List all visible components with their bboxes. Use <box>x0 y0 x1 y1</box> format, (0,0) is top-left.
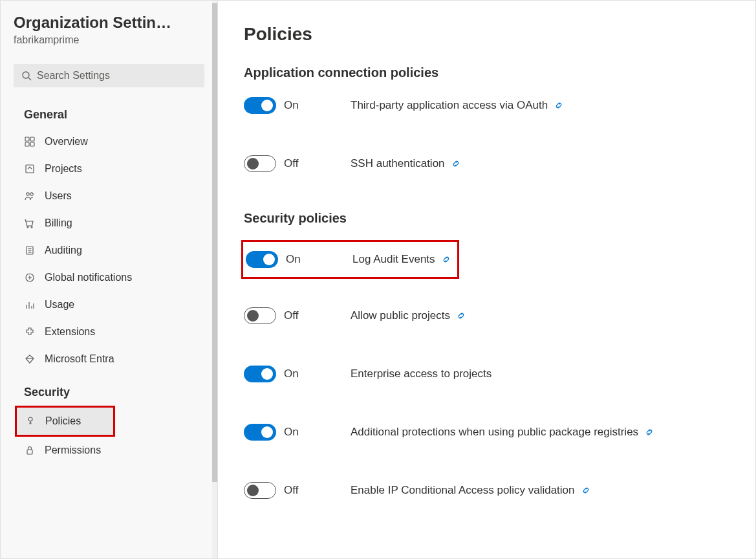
policy-name-text: Third-party application access via OAuth <box>351 99 548 112</box>
section-header-security: Security <box>1 373 217 406</box>
toggle-state-label: On <box>286 253 301 266</box>
sidebar-header: Organization Settin… fabrikamprime <box>1 14 217 64</box>
svg-rect-3 <box>30 137 34 141</box>
sidebar-item-label: Global notifications <box>45 272 132 283</box>
sidebar-item-label: Policies <box>45 415 81 427</box>
policy-name-text: Enterprise access to projects <box>351 367 491 380</box>
projects-icon <box>24 163 36 175</box>
sidebar-item-users[interactable]: Users <box>1 182 217 210</box>
toggle-ssh[interactable] <box>244 155 276 172</box>
policy-name: SSH authentication <box>351 157 460 170</box>
svg-point-0 <box>23 72 29 78</box>
toggle-state-label: Off <box>284 309 298 322</box>
search-input[interactable] <box>32 69 197 82</box>
sidebar-scrollthumb[interactable] <box>212 3 217 482</box>
policy-name: Additional protections when using public… <box>351 426 654 439</box>
sidebar: Organization Settin… fabrikamprime Gener… <box>1 1 218 558</box>
toggle-ip-conditional[interactable] <box>244 482 276 499</box>
svg-point-9 <box>27 226 28 228</box>
toggle-state-label: Off <box>284 157 298 170</box>
link-icon[interactable] <box>645 428 654 437</box>
policies-icon <box>25 415 36 427</box>
sidebar-item-label: Permissions <box>45 444 101 456</box>
svg-rect-6 <box>26 165 34 173</box>
link-icon[interactable] <box>554 101 563 110</box>
highlight-log-audit: On Log Audit Events <box>241 240 459 279</box>
toggle-wrap: On <box>244 424 351 441</box>
sidebar-item-label: Extensions <box>45 326 95 338</box>
svg-rect-2 <box>25 137 29 141</box>
policy-row-log-audit: On Log Audit Events <box>246 251 451 268</box>
link-icon[interactable] <box>442 255 451 264</box>
sidebar-item-label: Projects <box>45 163 82 175</box>
entra-icon <box>24 353 36 365</box>
notifications-icon <box>24 272 36 283</box>
policy-row-public-projects: Off Allow public projects <box>244 305 729 327</box>
users-icon <box>24 190 36 202</box>
toggle-state-label: On <box>284 99 299 112</box>
svg-point-7 <box>27 193 29 195</box>
policy-row-ssh: Off SSH authentication <box>244 153 729 175</box>
policy-name-text: Additional protections when using public… <box>351 426 638 439</box>
section-header-general: General <box>1 95 217 128</box>
svg-rect-5 <box>30 142 34 146</box>
policy-name: Enterprise access to projects <box>351 367 491 380</box>
sidebar-item-global-notifications[interactable]: Global notifications <box>1 264 217 291</box>
sidebar-item-overview[interactable]: Overview <box>1 128 217 155</box>
sidebar-item-policies[interactable]: Policies <box>17 408 113 435</box>
toggle-enterprise-access[interactable] <box>244 366 276 382</box>
sidebar-scrollbar[interactable] <box>212 1 217 558</box>
usage-icon <box>24 299 36 311</box>
policy-row-oauth: On Third-party application access via OA… <box>244 94 729 116</box>
overview-icon <box>24 136 36 148</box>
link-icon[interactable] <box>581 486 590 495</box>
toggle-wrap: Off <box>244 307 351 324</box>
page-title: Policies <box>244 24 729 45</box>
policy-row-public-registries: On Additional protections when using pub… <box>244 421 729 443</box>
toggle-wrap: Off <box>244 155 351 172</box>
sidebar-item-auditing[interactable]: Auditing <box>1 237 217 264</box>
policy-name-text: SSH authentication <box>351 157 445 170</box>
sidebar-item-label: Billing <box>45 217 72 229</box>
sidebar-item-usage[interactable]: Usage <box>1 291 217 318</box>
extensions-icon <box>24 326 36 338</box>
policy-group-title-app-connection: Application connection policies <box>244 65 729 80</box>
sidebar-item-billing[interactable]: Billing <box>1 210 217 237</box>
toggle-log-audit[interactable] <box>246 251 278 268</box>
svg-point-20 <box>28 417 32 421</box>
highlight-policies: Policies <box>15 406 115 437</box>
toggle-wrap: Off <box>244 482 351 499</box>
search-settings-box[interactable] <box>14 64 204 87</box>
main-content: Policies Application connection policies… <box>218 1 755 558</box>
toggle-state-label: On <box>284 426 299 439</box>
sidebar-subtitle: fabrikamprime <box>14 34 204 46</box>
toggle-wrap: On <box>244 97 351 114</box>
billing-icon <box>24 217 36 229</box>
sidebar-item-label: Microsoft Entra <box>45 353 114 365</box>
toggle-wrap: On <box>246 251 352 268</box>
toggle-state-label: On <box>284 367 299 380</box>
svg-line-1 <box>28 78 31 80</box>
link-icon[interactable] <box>457 311 466 320</box>
policy-name-text: Enable IP Conditional Access policy vali… <box>351 484 575 497</box>
permissions-icon <box>24 444 36 456</box>
sidebar-item-microsoft-entra[interactable]: Microsoft Entra <box>1 345 217 373</box>
sidebar-item-projects[interactable]: Projects <box>1 155 217 182</box>
search-icon <box>21 71 32 81</box>
toggle-public-projects[interactable] <box>244 307 276 324</box>
policy-name: Log Audit Events <box>352 253 451 266</box>
sidebar-item-extensions[interactable]: Extensions <box>1 318 217 345</box>
svg-rect-4 <box>25 142 29 146</box>
sidebar-item-permissions[interactable]: Permissions <box>1 437 217 464</box>
policy-name: Enable IP Conditional Access policy vali… <box>351 484 590 497</box>
sidebar-item-label: Auditing <box>45 245 82 256</box>
sidebar-item-label: Overview <box>45 136 88 148</box>
link-icon[interactable] <box>451 159 460 168</box>
toggle-oauth[interactable] <box>244 97 276 114</box>
policy-group-title-security: Security policies <box>244 211 729 226</box>
sidebar-title: Organization Settin… <box>14 14 204 32</box>
svg-rect-21 <box>27 450 32 454</box>
toggle-public-registries[interactable] <box>244 424 276 441</box>
policy-name-text: Allow public projects <box>351 309 450 322</box>
policy-row-enterprise-access: On Enterprise access to projects <box>244 363 729 385</box>
